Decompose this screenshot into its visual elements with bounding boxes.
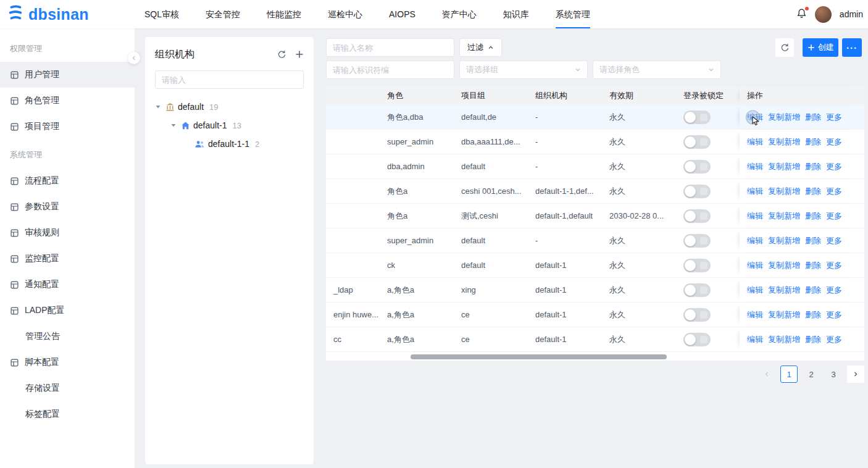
nav-item-inspection[interactable]: 巡检中心: [328, 0, 362, 28]
refresh-tree-icon[interactable]: [277, 50, 286, 59]
action-edit[interactable]: 编辑: [747, 285, 763, 296]
sidebar-item-tag-config[interactable]: 标签配置: [0, 401, 135, 427]
avatar[interactable]: [815, 6, 832, 23]
action-delete[interactable]: 删除: [805, 136, 821, 148]
action-copy-add[interactable]: 复制新增: [768, 235, 800, 246]
sidebar-item-flow-config[interactable]: 流程配置: [0, 168, 135, 194]
tree-node-default[interactable]: default19: [145, 98, 314, 116]
action-more[interactable]: 更多: [826, 309, 842, 320]
nav-item-sql-audit[interactable]: SQL审核: [144, 0, 179, 28]
prev-page-button[interactable]: [758, 366, 775, 383]
action-edit[interactable]: 编辑: [747, 136, 763, 148]
action-delete[interactable]: 删除: [805, 186, 821, 197]
horizontal-scrollbar[interactable]: [326, 354, 864, 359]
action-edit[interactable]: 编辑: [747, 334, 763, 345]
lock-toggle[interactable]: [683, 160, 711, 173]
action-delete[interactable]: 删除: [805, 161, 821, 172]
action-delete[interactable]: 删除: [805, 334, 821, 345]
identifier-input[interactable]: [326, 61, 454, 79]
sidebar-item-announcement[interactable]: 管理公告: [0, 324, 135, 349]
nav-item-system[interactable]: 系统管理: [556, 0, 590, 28]
action-delete[interactable]: 删除: [805, 309, 821, 320]
action-copy-add[interactable]: 复制新增: [768, 285, 800, 296]
action-more[interactable]: 更多: [826, 211, 842, 222]
tree-node-default-1-1[interactable]: default-1-12: [145, 135, 314, 153]
create-button[interactable]: 创建: [803, 38, 838, 57]
caret-down-icon[interactable]: [170, 122, 178, 128]
action-copy-add[interactable]: 复制新增: [768, 186, 800, 197]
home-icon: [181, 121, 190, 130]
refresh-table-button[interactable]: [775, 38, 794, 57]
lock-toggle[interactable]: [683, 209, 711, 223]
action-edit[interactable]: 编辑: [747, 235, 763, 246]
sidebar-item-project-mgmt[interactable]: 项目管理: [0, 114, 135, 140]
action-delete[interactable]: 删除: [805, 235, 821, 246]
sidebar-item-role-mgmt[interactable]: 角色管理: [0, 88, 135, 114]
page-button-2[interactable]: 2: [803, 366, 820, 383]
sidebar-item-monitor-config[interactable]: 监控配置: [0, 246, 135, 272]
sidebar-item-param-settings[interactable]: 参数设置: [0, 194, 135, 220]
username[interactable]: admin: [840, 9, 863, 19]
lock-toggle[interactable]: [683, 135, 711, 149]
notification-bell[interactable]: [796, 8, 807, 21]
more-actions-button[interactable]: ···: [842, 38, 862, 57]
action-copy-add[interactable]: 复制新增: [768, 161, 800, 172]
sidebar-item-user-mgmt[interactable]: 用户管理: [0, 62, 135, 88]
action-more[interactable]: 更多: [826, 186, 842, 197]
role-select[interactable]: 请选择角色: [593, 61, 721, 79]
sidebar-item-audit-rules[interactable]: 审核规则: [0, 220, 135, 246]
action-copy-add[interactable]: 复制新增: [768, 136, 800, 148]
action-more[interactable]: 更多: [826, 285, 842, 296]
nav-item-aiops[interactable]: AIOPS: [389, 0, 415, 28]
lock-toggle[interactable]: [683, 111, 711, 124]
caret-down-icon[interactable]: [155, 104, 162, 110]
action-edit[interactable]: 编辑: [747, 260, 763, 271]
cell-org: -: [528, 105, 602, 129]
filter-button[interactable]: 过滤: [459, 38, 502, 57]
action-delete[interactable]: 删除: [805, 285, 821, 296]
sidebar-item-notify-config[interactable]: 通知配置: [0, 272, 135, 298]
action-copy-add[interactable]: 复制新增: [768, 211, 800, 222]
action-edit[interactable]: 编辑: [747, 309, 763, 320]
action-more[interactable]: 更多: [826, 260, 842, 271]
action-delete[interactable]: 删除: [805, 260, 821, 271]
page-button-1[interactable]: 1: [780, 366, 798, 383]
lock-toggle[interactable]: [683, 185, 711, 198]
action-delete[interactable]: 删除: [805, 112, 821, 123]
page-button-3[interactable]: 3: [825, 366, 842, 383]
action-more[interactable]: 更多: [826, 161, 842, 172]
tree-node-default-1[interactable]: default-113: [145, 116, 314, 135]
sidebar-collapse-button[interactable]: [128, 52, 140, 64]
org-search-input[interactable]: [155, 70, 304, 89]
action-copy-add[interactable]: 复制新增: [768, 112, 800, 123]
lock-toggle[interactable]: [683, 308, 711, 322]
add-org-icon[interactable]: [295, 50, 304, 59]
lock-toggle[interactable]: [683, 259, 711, 272]
table-body: 角色a,dbadefault,de-永久编辑复制新增删除更多super_admi…: [326, 105, 864, 352]
action-edit[interactable]: 编辑: [747, 211, 763, 222]
scrollbar-thumb[interactable]: [411, 354, 667, 359]
nav-item-knowledge[interactable]: 知识库: [503, 0, 529, 28]
lock-toggle[interactable]: [683, 234, 711, 248]
lock-toggle[interactable]: [683, 333, 711, 346]
sidebar-item-script-config[interactable]: 脚本配置: [0, 349, 135, 375]
action-delete[interactable]: 删除: [805, 211, 821, 222]
action-copy-add[interactable]: 复制新增: [768, 309, 800, 320]
nav-item-security[interactable]: 安全管控: [206, 0, 240, 28]
action-more[interactable]: 更多: [826, 235, 842, 246]
action-more[interactable]: 更多: [826, 112, 842, 123]
action-more[interactable]: 更多: [826, 334, 842, 345]
action-copy-add[interactable]: 复制新增: [768, 334, 800, 345]
name-search-input[interactable]: [326, 38, 454, 57]
action-edit[interactable]: 编辑: [747, 161, 763, 172]
group-select[interactable]: 请选择组: [459, 61, 588, 79]
sidebar-item-ldap-config[interactable]: LADP配置: [0, 298, 135, 324]
action-copy-add[interactable]: 复制新增: [768, 260, 800, 271]
lock-toggle[interactable]: [683, 283, 711, 297]
action-more[interactable]: 更多: [826, 136, 842, 148]
nav-item-performance[interactable]: 性能监控: [267, 0, 301, 28]
nav-item-assets[interactable]: 资产中心: [442, 0, 477, 28]
action-edit[interactable]: 编辑: [747, 186, 763, 197]
next-page-button[interactable]: [847, 366, 864, 383]
sidebar-item-storage-settings[interactable]: 存储设置: [0, 375, 135, 401]
